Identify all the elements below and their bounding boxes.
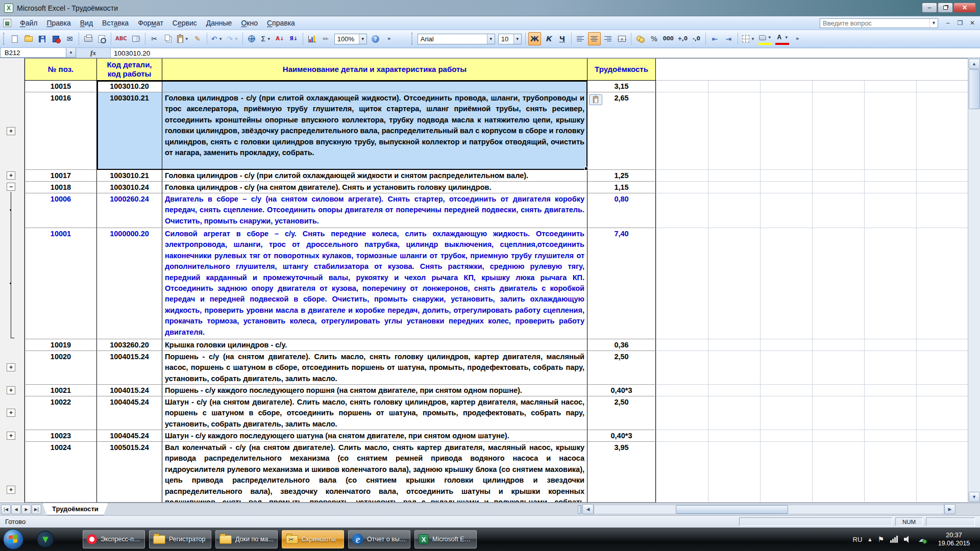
chevron-down-icon[interactable]: ▼ (768, 35, 772, 40)
drawing-button[interactable]: ✏ (320, 32, 332, 45)
cell-empty[interactable] (656, 339, 968, 351)
formula-input[interactable]: 1003010.20 (111, 48, 980, 58)
cell-labor[interactable]: 1,25 (587, 170, 656, 182)
volume-icon[interactable] (904, 536, 912, 543)
cell-code[interactable]: 1003010.21 (97, 92, 162, 170)
cell-pos[interactable]: 10015 (24, 81, 97, 92)
taskbar-button-скриншоты[interactable]: ✂Скриншоты (282, 530, 344, 548)
cell-desc[interactable]: Шатун - с/у каждого последующего шатуна … (162, 430, 587, 442)
workbook-minimize-button[interactable]: – (942, 18, 953, 28)
decrease-decimal-button[interactable]: -,0 (690, 32, 703, 45)
show-hidden-icons-button[interactable]: ▲ (868, 537, 871, 542)
cell-pos[interactable]: 10016 (24, 92, 97, 170)
align-center-button[interactable] (588, 32, 601, 45)
help-button[interactable]: ? (369, 32, 382, 45)
cell-labor[interactable]: 3,95 (587, 442, 656, 503)
language-indicator[interactable]: RU (853, 536, 863, 543)
outline-expand-button[interactable]: + (7, 432, 15, 440)
horizontal-scroll-track[interactable] (594, 505, 944, 514)
zoom-combo[interactable]: 100%▼ (334, 34, 367, 44)
cell-pos[interactable]: 10001 (24, 228, 97, 339)
insert-hyperlink-button[interactable] (246, 32, 258, 45)
menu-item-6[interactable]: Сервис (168, 17, 202, 29)
sheet-tab-trudoemkosti[interactable]: Трудоёмкости (42, 503, 108, 515)
network-icon[interactable] (890, 536, 898, 543)
copy-button[interactable] (162, 32, 175, 45)
scroll-left-button[interactable]: ◀ (582, 504, 594, 514)
chevron-down-icon[interactable]: ▼ (751, 37, 755, 41)
borders-button[interactable]: ▼ (741, 32, 756, 45)
currency-button[interactable] (634, 32, 647, 45)
taskbar-button-доки-по-ма-[interactable]: Доки по ма... (215, 530, 278, 548)
taskbar-button-отчет-о-выз-[interactable]: eОтчет о выз... (348, 530, 410, 548)
menu-item-9[interactable]: Справка (262, 17, 300, 29)
cell-empty[interactable] (656, 81, 968, 92)
chart-wizard-button[interactable] (306, 32, 318, 45)
cell-empty[interactable] (656, 193, 968, 228)
last-sheet-button[interactable]: ▶| (32, 505, 41, 514)
toolbar-grip-2[interactable] (411, 33, 414, 45)
cell-empty[interactable] (656, 351, 968, 385)
save-button[interactable] (36, 32, 48, 45)
cell-empty[interactable] (656, 385, 968, 396)
cell-desc[interactable] (162, 81, 587, 92)
font-color-button[interactable]: А▼ (774, 32, 790, 45)
percent-button[interactable]: % (648, 32, 660, 45)
cell-labor[interactable]: 2,50 (587, 396, 656, 430)
cell-empty[interactable] (656, 228, 968, 339)
cell-pos[interactable]: 10023 (24, 430, 97, 442)
cut-button[interactable]: ✂ (148, 32, 161, 45)
outline-expand-button[interactable]: + (7, 386, 15, 394)
increase-decimal-button[interactable]: +,0 (676, 32, 689, 45)
undo-button[interactable]: ↶▼ (210, 32, 225, 45)
toolbar-grip[interactable] (3, 33, 6, 45)
cell-code[interactable]: 1004015.24 (97, 351, 162, 385)
cell-code[interactable]: 1000000.20 (97, 228, 162, 339)
cell-pos[interactable]: 10021 (24, 385, 97, 396)
cell-labor[interactable]: 0,40*3 (587, 430, 656, 442)
first-sheet-button[interactable]: |◀ (1, 505, 11, 514)
workbook-restore-button[interactable]: ❐ (954, 18, 966, 28)
cell-empty[interactable] (656, 92, 968, 170)
vertical-scroll-track[interactable] (968, 109, 980, 491)
restore-button[interactable] (938, 3, 953, 13)
cell-empty[interactable] (656, 442, 968, 503)
chevron-down-icon[interactable]: ▼ (234, 37, 238, 41)
cell-desc[interactable]: Поршень - с/у (на снятом двигателе). Сли… (162, 351, 587, 385)
function-wizard-icon[interactable]: fx (90, 49, 96, 57)
bold-button[interactable]: Ж (528, 32, 541, 45)
vertical-scroll-thumb[interactable] (969, 69, 980, 109)
cell-empty[interactable] (656, 170, 968, 182)
cell-desc[interactable]: Двигатель в сборе – с/у (на снятом силов… (162, 193, 587, 228)
scroll-up-button[interactable]: ▲ (969, 59, 980, 69)
prev-sheet-button[interactable]: ◀ (11, 505, 21, 514)
cell-desc[interactable]: Вал коленчатый - с/у (на снятом двигател… (162, 442, 587, 503)
cell-labor[interactable]: 1,15 (587, 182, 656, 193)
cell-pos[interactable]: 10018 (24, 182, 97, 193)
cell-desc[interactable]: Поршень - с/у каждого последующего поршн… (162, 385, 587, 396)
outline-expand-button[interactable]: + (7, 171, 15, 180)
underline-button[interactable]: Ч (556, 32, 569, 45)
cell-pos[interactable]: 10020 (24, 351, 97, 385)
scroll-right-button[interactable]: ▶ (944, 504, 955, 514)
chevron-down-icon[interactable]: ▼ (487, 34, 495, 44)
outline-collapse-button[interactable]: − (7, 183, 15, 191)
sync-tray-icon[interactable]: ☁ (918, 535, 926, 544)
cell-code[interactable]: 1004045.24 (97, 430, 162, 442)
chevron-down-icon[interactable]: ▼ (218, 37, 223, 41)
cell-empty[interactable] (656, 182, 968, 193)
scroll-down-button[interactable]: ▼ (969, 492, 980, 502)
menu-item-2[interactable]: Правка (42, 17, 75, 29)
align-right-button[interactable] (602, 32, 615, 45)
chevron-down-icon[interactable]: ▼ (929, 19, 938, 28)
cell-code[interactable]: 1003010.20 (97, 81, 162, 92)
chevron-down-icon[interactable]: ▼ (785, 35, 789, 40)
cell-labor[interactable]: 0,40*3 (587, 385, 656, 396)
paste-button[interactable]: ▼ (176, 32, 190, 45)
cell-pos[interactable]: 10019 (24, 339, 97, 351)
outline-expand-button[interactable]: + (7, 363, 15, 371)
start-button[interactable] (3, 529, 23, 549)
ask-question-input[interactable] (820, 19, 929, 27)
cell-code[interactable]: 1005015.24 (97, 442, 162, 503)
minimize-button[interactable]: – (922, 3, 937, 13)
